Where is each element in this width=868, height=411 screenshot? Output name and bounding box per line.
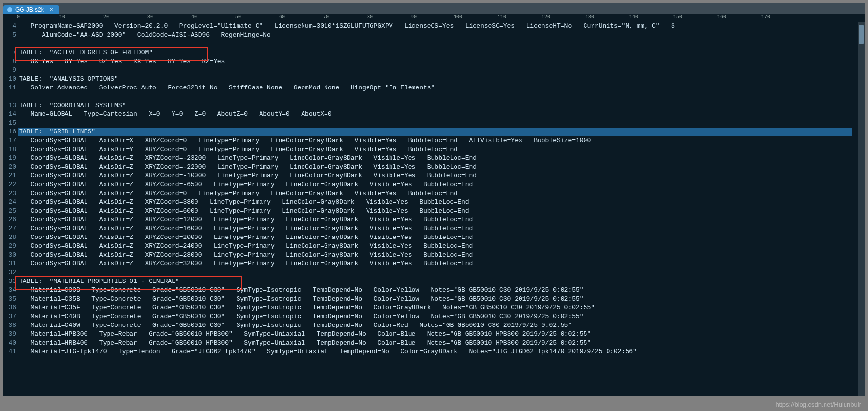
code-line[interactable]: Material=C35B Type=Concrete Grade="GB500… — [18, 295, 858, 303]
code-line[interactable]: Solver=Advanced SolverProc=Auto Force32B… — [18, 84, 858, 92]
line-number: 22 — [3, 180, 16, 189]
file-icon — [7, 7, 12, 12]
ruler-tick: 100 — [454, 14, 462, 20]
line-number: 25 — [3, 207, 16, 216]
ruler-tick: 60 — [279, 14, 285, 20]
ruler-tick: 10 — [59, 14, 65, 20]
code-line[interactable] — [18, 268, 858, 277]
line-gutter: 4578910111314151617181920212223242526272… — [3, 22, 18, 396]
line-number — [3, 92, 16, 101]
code-line[interactable]: TABLE: "COORDINATE SYSTEMS" — [18, 101, 858, 110]
line-number: 35 — [3, 295, 16, 303]
line-number: 32 — [3, 268, 16, 277]
code-line[interactable]: CoordSys=GLOBAL AxisDir=X XRYZCoord=0 Li… — [18, 136, 858, 145]
code-line[interactable]: Name=GLOBAL Type=Cartesian X=0 Y=0 Z=0 A… — [18, 110, 858, 119]
code-line[interactable]: TABLE: "GRID LINES" — [18, 128, 858, 136]
scrollbar-thumb[interactable] — [859, 25, 864, 44]
code-line[interactable]: TABLE: "ACTIVE DEGREES OF FREEDOM" — [18, 48, 858, 57]
ruler-tick: 80 — [367, 14, 373, 20]
code-line[interactable]: Material=C40B Type=Concrete Grade="GB500… — [18, 312, 858, 321]
line-number: 13 — [3, 101, 16, 110]
ruler-tick: 130 — [586, 14, 594, 20]
ruler-tick: 50 — [235, 14, 241, 20]
code-line[interactable] — [18, 66, 858, 75]
code-line[interactable]: CoordSys=GLOBAL AxisDir=Z XRYZCoord=0 Li… — [18, 189, 858, 198]
code-line[interactable]: TABLE: "MATERIAL PROPERTIES 01 - GENERAL… — [18, 277, 858, 286]
code-line[interactable]: CoordSys=GLOBAL AxisDir=Z XRYZCoord=3800… — [18, 198, 858, 207]
code-line[interactable] — [18, 92, 858, 101]
ruler-tick: 70 — [323, 14, 329, 20]
code-line[interactable]: Material=HPB300 Type=Rebar Grade="GB5001… — [18, 330, 858, 339]
line-number: 19 — [3, 154, 16, 163]
code-line[interactable]: Material=C40W Type=Concrete Grade="GB500… — [18, 321, 858, 330]
code-line[interactable]: CoordSys=GLOBAL AxisDir=Z XRYZCoord=2800… — [18, 251, 858, 260]
line-number: 14 — [3, 110, 16, 119]
line-number: 18 — [3, 145, 16, 154]
line-number: 40 — [3, 339, 16, 347]
code-line[interactable]: CoordSys=GLOBAL AxisDir=Z XRYZCoord=3200… — [18, 260, 858, 268]
line-number: 10 — [3, 75, 16, 84]
code-line[interactable]: Material=C30B Type=Concrete Grade="GB500… — [18, 286, 858, 295]
line-number: 39 — [3, 330, 16, 339]
line-number: 5 — [3, 31, 16, 40]
code-line[interactable]: UX=Yes UY=Yes UZ=Yes RX=Yes RY=Yes RZ=Ye… — [18, 57, 858, 66]
code-lines[interactable]: ProgramName=SAP2000 Version=20.2.0 ProgL… — [18, 22, 858, 396]
line-number: 9 — [3, 66, 16, 75]
line-number: 16 — [3, 128, 16, 136]
line-number: 26 — [3, 216, 16, 224]
code-line[interactable]: ProgramName=SAP2000 Version=20.2.0 ProgL… — [18, 22, 858, 31]
code-line[interactable]: Material=C35F Type=Concrete Grade="GB500… — [18, 303, 858, 312]
code-line[interactable]: CoordSys=GLOBAL AxisDir=Z XRYZCoord=2400… — [18, 242, 858, 251]
code-line[interactable]: CoordSys=GLOBAL AxisDir=Z XRYZCoord=6000… — [18, 207, 858, 216]
close-icon[interactable]: × — [50, 6, 53, 13]
line-number: 15 — [3, 119, 16, 128]
code-line[interactable] — [18, 119, 858, 128]
ruler-tick: 20 — [103, 14, 109, 20]
line-number: 31 — [3, 260, 16, 268]
code-line[interactable]: Material=JTG-fpk1470 Type=Tendon Grade="… — [18, 347, 858, 356]
code-line[interactable]: TABLE: "ANALYSIS OPTIONS" — [18, 75, 858, 84]
editor-area[interactable]: 4578910111314151617181920212223242526272… — [3, 22, 865, 396]
line-number: 28 — [3, 233, 16, 242]
line-number: 38 — [3, 321, 16, 330]
file-tab[interactable]: GG-JB.s2k × — [3, 5, 59, 14]
line-number: 8 — [3, 57, 16, 66]
line-number: 23 — [3, 189, 16, 198]
code-line[interactable]: CoordSys=GLOBAL AxisDir=Z XRYZCoord=1200… — [18, 216, 858, 224]
line-number: 34 — [3, 286, 16, 295]
code-line[interactable]: Material=HRB400 Type=Rebar Grade="GB5001… — [18, 339, 858, 347]
code-line[interactable]: CoordSys=GLOBAL AxisDir=Z XRYZCoord=2000… — [18, 233, 858, 242]
line-number: 4 — [3, 22, 16, 31]
ruler-tick: 170 — [761, 14, 770, 20]
ruler-tick: 160 — [717, 14, 726, 20]
line-number: 33 — [3, 277, 16, 286]
code-line[interactable]: CoordSys=GLOBAL AxisDir=Z XRYZCoord=-232… — [18, 154, 858, 163]
line-number: 24 — [3, 198, 16, 207]
scrollbar[interactable] — [858, 22, 865, 396]
line-number: 37 — [3, 312, 16, 321]
line-number: 11 — [3, 84, 16, 92]
line-number — [3, 40, 16, 48]
code-line[interactable]: CoordSys=GLOBAL AxisDir=Z XRYZCoord=-650… — [18, 180, 858, 189]
ruler-tick: 120 — [542, 14, 550, 20]
line-number: 29 — [3, 242, 16, 251]
code-line[interactable]: CoordSys=GLOBAL AxisDir=Z XRYZCoord=-100… — [18, 172, 858, 180]
watermark: https://blog.csdn.net/Hulunbuir — [775, 401, 861, 408]
line-number: 30 — [3, 251, 16, 260]
code-line[interactable]: CoordSys=GLOBAL AxisDir=Z XRYZCoord=1600… — [18, 224, 858, 233]
code-line[interactable]: CoordSys=GLOBAL AxisDir=Z XRYZCoord=-220… — [18, 163, 858, 172]
ruler-tick: 110 — [498, 14, 506, 20]
tab-bar: GG-JB.s2k × — [3, 3, 865, 14]
ruler-tick: 40 — [191, 14, 197, 20]
tab-title: GG-JB.s2k — [15, 6, 44, 13]
ruler-tick: 150 — [673, 14, 682, 20]
ruler-tick: 140 — [629, 14, 638, 20]
line-number: 27 — [3, 224, 16, 233]
line-number: 7 — [3, 48, 16, 57]
line-number: 36 — [3, 303, 16, 312]
code-line[interactable] — [18, 40, 858, 48]
line-number: 21 — [3, 172, 16, 180]
code-line[interactable]: AlumCode="AA-ASD 2000" ColdCode=AISI-ASD… — [18, 31, 858, 40]
ruler-tick: 90 — [411, 14, 417, 20]
code-line[interactable]: CoordSys=GLOBAL AxisDir=Y XRYZCoord=0 Li… — [18, 145, 858, 154]
